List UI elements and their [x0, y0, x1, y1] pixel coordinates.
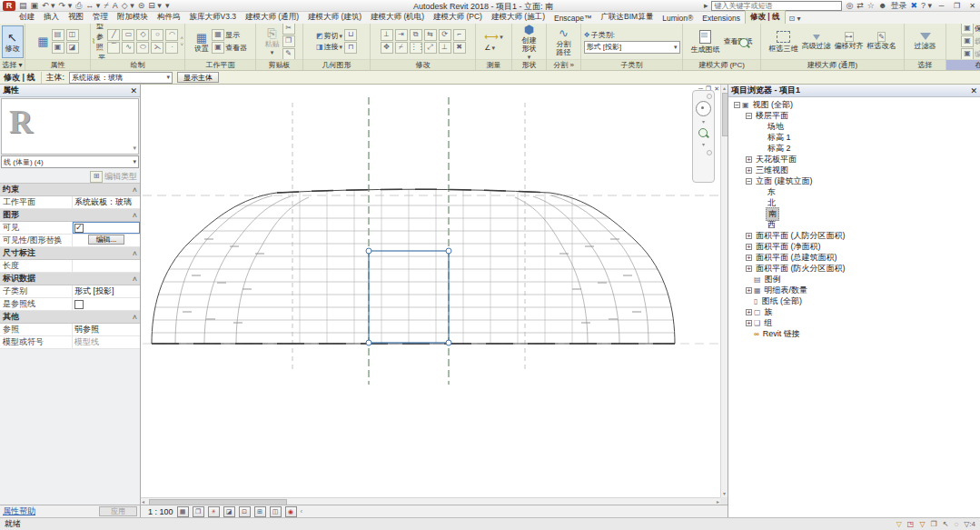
rotate-icon[interactable]: ⟳ [439, 29, 451, 41]
property-value[interactable] [73, 260, 140, 272]
expand-icon[interactable]: + [746, 167, 752, 174]
reveal-hidden-elements-icon[interactable]: ◉ [285, 506, 297, 517]
draw-ellipse-icon[interactable]: ⬭ [136, 42, 149, 54]
property-value[interactable] [73, 298, 140, 310]
measure-icon[interactable]: ↔ ▾ [85, 1, 100, 11]
select-links-icon[interactable]: ❐ [931, 520, 937, 528]
property-value[interactable]: 系统嵌板：玻璃 [73, 196, 140, 208]
panel-label-select[interactable]: 选择 ▾ [0, 59, 25, 70]
property-section-header[interactable]: 标识数据˄ [0, 273, 140, 285]
box-rename-button[interactable]: ✎ 框选改名 [866, 33, 897, 50]
draw-reference-line-button[interactable]: ⌇参照 [92, 32, 105, 52]
draw-pick-line-icon[interactable]: ⋋ [151, 42, 163, 54]
draw-arc-icon[interactable]: ◠ [165, 29, 178, 41]
property-value[interactable] [73, 222, 140, 234]
ribbon-tab[interactable]: 构件坞 [153, 11, 185, 24]
filter-button[interactable]: 过滤器 [914, 33, 937, 50]
show-workplane-button[interactable]: ▦显示 [212, 29, 247, 41]
panel-label-bim-general[interactable]: 建模大师 (通用) [761, 59, 904, 70]
demolish-icon[interactable]: ⊓ [344, 42, 357, 54]
draw-polygon-icon[interactable]: ◇ [136, 29, 149, 41]
property-value[interactable]: 编辑... [73, 235, 140, 246]
restore-button[interactable]: ❐ [951, 2, 963, 10]
paste-button[interactable]: ⎘ 粘贴▾ [264, 26, 281, 56]
text-icon[interactable]: A [113, 1, 118, 11]
expand-icon[interactable]: + [746, 156, 752, 163]
draw-point-icon[interactable]: · [165, 42, 178, 54]
family-types-icon[interactable]: ▤ [52, 29, 64, 41]
crop-view-icon[interactable]: ⊡ [239, 506, 251, 517]
elevation-view-south[interactable] [141, 85, 720, 497]
ribbon-tab[interactable]: 插入 [39, 11, 64, 24]
edit-mass-button[interactable]: ▣编辑 [961, 48, 980, 59]
panel-label-modify[interactable]: 修改 [371, 59, 475, 70]
expand-icon[interactable]: + [746, 255, 752, 261]
draw-circle-icon[interactable]: ○ [151, 29, 163, 41]
expand-icon[interactable]: + [746, 244, 752, 250]
property-section-header[interactable]: 约束˄ [0, 184, 140, 196]
mirror-icon[interactable]: ⇆ [424, 29, 437, 41]
help-icon[interactable]: ? ▾ [921, 1, 932, 11]
tree-item-标高-2[interactable]: 标高 2 [730, 143, 980, 154]
ribbon-tab[interactable]: 建模大师 (施工) [487, 11, 549, 24]
offset-icon[interactable]: ⇥ [395, 29, 408, 41]
tree-item-楼层平面[interactable]: −楼层平面 [730, 110, 980, 121]
visibility-icon[interactable]: ◫ [66, 29, 79, 41]
vertical-scrollbar[interactable]: ▴ ▾ [720, 85, 728, 497]
property-value[interactable]: 模型线 [73, 336, 140, 348]
favorites-star-icon[interactable]: ☆ [867, 1, 875, 11]
tree-item-三维视图[interactable]: +三维视图 [730, 165, 980, 175]
delete-icon[interactable]: ✖ [453, 42, 466, 54]
advanced-filter-button[interactable]: 高级过滤 [801, 34, 832, 50]
collapse-icon[interactable]: − [746, 178, 752, 185]
tree-item-组[interactable]: +❏组 [730, 317, 980, 328]
steering-wheel-icon[interactable] [696, 101, 711, 116]
draw-model-line-button[interactable]: ⌇模型 [92, 24, 105, 31]
sync-icon[interactable]: ⊜ [138, 1, 145, 11]
ribbon-tab[interactable]: 建模大师 (PC) [429, 11, 487, 24]
type-selector-dropdown[interactable]: 线 (体量) (4)▾ [1, 155, 139, 168]
exclude-options-icon[interactable]: ▽ [919, 520, 925, 528]
minimize-button[interactable]: ─ [935, 2, 947, 10]
tree-item-族[interactable]: +▢族 [730, 306, 980, 317]
property-section-header[interactable]: 其他˄ [0, 311, 140, 324]
ribbon-tab[interactable]: 视图 [64, 11, 88, 24]
ribbon-tab[interactable]: Extensions [698, 13, 745, 24]
drawing-area[interactable]: ─ ❐ ✕ ▾ ▾ ▴ ▾ ◂ ▸ [141, 85, 728, 505]
ribbon-tab[interactable]: Lumion® [658, 13, 698, 24]
design-options-icon[interactable]: ◳ [907, 520, 915, 528]
tree-item-label[interactable]: Revit 链接 [761, 328, 802, 340]
move-icon[interactable]: ✥ [381, 42, 393, 54]
set-workplane-button[interactable]: ▦ 设置 [193, 31, 210, 53]
property-section-header[interactable]: 图形˄ [0, 209, 140, 222]
open-icon[interactable]: ▤ [19, 1, 27, 11]
panel-label-divide[interactable]: 分割 » [547, 59, 580, 70]
ribbon-tab[interactable]: 创建 [15, 11, 39, 24]
match-type-icon[interactable]: ✎ [282, 48, 295, 59]
viewbar-collapse-icon[interactable]: ‹ [301, 508, 303, 515]
property-value[interactable]: 形式 [投影] [73, 285, 140, 297]
selection-filter-icon[interactable]: ▽:4 [964, 520, 975, 528]
sign-in-label[interactable]: 登录 [890, 1, 906, 11]
exchange-apps-icon[interactable]: ✖ [910, 1, 917, 11]
tree-item-天花板平面[interactable]: +天花板平面 [730, 154, 980, 165]
scale-control[interactable]: 1 : 100 [148, 507, 173, 516]
offset-align-button[interactable]: ⊶ 偏移对齐 [834, 33, 865, 50]
angle-dimension-button[interactable]: ∠▾ [484, 44, 502, 52]
panel-label-shape[interactable]: 形状 [512, 59, 546, 70]
properties-close-icon[interactable]: ✕ [130, 86, 137, 95]
collapse-icon[interactable]: − [734, 102, 740, 108]
ribbon-tab[interactable]: 广联达BIM算量 [597, 11, 658, 24]
tree-item-面积平面-(防火分区面积)[interactable]: +面积平面 (防火分区面积) [730, 263, 980, 274]
properties-palette-button[interactable]: ▦ [36, 35, 49, 48]
tree-item-南[interactable]: 南 [730, 208, 980, 219]
print-icon[interactable]: ⎙ [75, 1, 82, 11]
visual-style-icon[interactable]: ❐ [193, 506, 204, 517]
tree-item-面积平面-(总建筑面积)[interactable]: +面积平面 (总建筑面积) [730, 252, 980, 263]
scale-icon[interactable]: ⤢ [424, 42, 437, 54]
temporary-hide-isolate-icon[interactable]: ◫ [270, 506, 282, 517]
create-form-button[interactable]: ⬢ 创建 形状▾ [521, 24, 538, 59]
checkbox-unchecked-icon[interactable] [74, 300, 84, 309]
undo-icon[interactable]: ↶ ▾ [42, 1, 55, 11]
mass-dome-outline[interactable] [152, 189, 675, 344]
